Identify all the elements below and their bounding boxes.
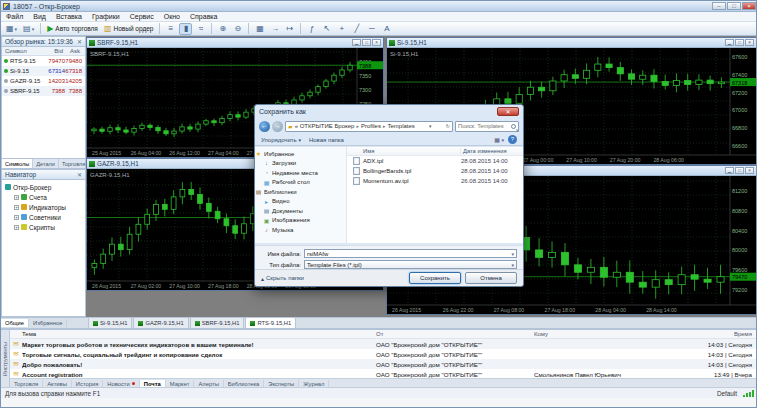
expand-icon[interactable]: + bbox=[14, 195, 19, 200]
save-button[interactable]: Сохранить bbox=[409, 272, 461, 284]
menu-window[interactable]: Окно bbox=[164, 13, 180, 20]
hide-folders-button[interactable]: ▴Скрыть папки bbox=[261, 275, 304, 282]
chart-shift-button[interactable]: ↦ bbox=[283, 23, 296, 35]
mail-row[interactable]: ✉ Добро пожаловать! ОАО "Брокерский дом … bbox=[10, 359, 757, 369]
cancel-button[interactable]: Отмена bbox=[465, 272, 517, 284]
view-mode-button[interactable]: ▦ ▾ bbox=[494, 136, 504, 143]
zoom-out-button[interactable]: ⊖ bbox=[231, 23, 244, 35]
zoom-in-button[interactable]: ⊕ bbox=[216, 23, 229, 35]
dialog-titlebar[interactable]: Сохранить как ✕ bbox=[255, 105, 523, 118]
file-row[interactable]: BollingerBands.tpl 28.08.2015 14:00 bbox=[347, 166, 523, 176]
maximize-button[interactable]: □ bbox=[727, 2, 741, 10]
filename-input[interactable] bbox=[307, 251, 511, 257]
tree-recent-places[interactable]: ◔Недавние места bbox=[255, 168, 346, 178]
help-icon[interactable]: ? bbox=[508, 135, 517, 144]
tab-details[interactable]: Детали bbox=[33, 159, 59, 168]
tab-favorites[interactable]: Избранное bbox=[29, 319, 67, 327]
toolbox-side-tab[interactable]: Инструменты bbox=[1, 330, 10, 388]
auto-trading-button[interactable]: ▶Авто торговля bbox=[45, 23, 100, 35]
chart-restore-button[interactable]: □ bbox=[735, 167, 744, 174]
filetype-select[interactable]: Template Files (*.tpl) ▾ bbox=[304, 260, 517, 269]
expand-icon[interactable]: + bbox=[14, 215, 19, 220]
chart-restore-button[interactable]: □ bbox=[735, 39, 744, 46]
market-watch-close-icon[interactable]: ✕ bbox=[77, 38, 82, 45]
new-chart-button[interactable]: ▦▾ bbox=[4, 23, 19, 35]
tree-item-indicators[interactable]: + Индикаторы bbox=[2, 202, 85, 212]
tree-item-experts[interactable]: + Советники bbox=[2, 212, 85, 222]
profile-name[interactable]: Default bbox=[717, 390, 737, 397]
tree-favorites[interactable]: ★Избранное bbox=[255, 149, 346, 159]
refresh-icon[interactable]: ↻ bbox=[446, 123, 450, 129]
tree-libraries[interactable]: ▤Библиотеки bbox=[255, 187, 346, 197]
tree-pictures[interactable]: ▣Изображения bbox=[255, 216, 346, 226]
line-chart-button[interactable]: ≈ bbox=[194, 23, 207, 35]
horizontal-line-button[interactable]: ─ bbox=[365, 23, 378, 35]
cursor-button[interactable]: ↖ bbox=[320, 23, 333, 35]
chart-titlebar[interactable]: SBRF-9.15,H1 ▁ □ × bbox=[87, 38, 383, 48]
menu-view[interactable]: Вид bbox=[33, 13, 46, 20]
filename-dropdown-icon[interactable]: ▾ bbox=[511, 251, 514, 257]
breadcrumb[interactable]: ▰ « ОТКРЫТИЕ Брокер ▸ Profiles ▸ Templat… bbox=[285, 121, 453, 132]
file-row[interactable]: Momentum.av.tpl 26.08.2015 14:00 bbox=[347, 176, 523, 186]
search-input[interactable] bbox=[458, 123, 508, 129]
chart-close-button[interactable]: × bbox=[745, 39, 754, 46]
profiles-button[interactable]: ▤▾ bbox=[21, 23, 36, 35]
trendline-button[interactable]: ╱ bbox=[350, 23, 363, 35]
expand-icon[interactable]: + bbox=[14, 225, 19, 230]
chart-minimize-button[interactable]: ▁ bbox=[352, 39, 361, 46]
mail-row[interactable]: ✉ Маркет торговых роботов и технических … bbox=[10, 339, 757, 349]
tree-item-scripts[interactable]: + Скрипты bbox=[2, 222, 85, 232]
tab-common[interactable]: Общие bbox=[1, 319, 29, 327]
chart-tab-gazr[interactable]: GAZR-9.15,H1 bbox=[133, 317, 188, 328]
organize-button[interactable]: Упорядочить ▾ bbox=[261, 137, 301, 143]
crosshair-button[interactable]: + bbox=[335, 23, 348, 35]
candlestick-chart-button[interactable]: ▮ bbox=[179, 23, 192, 35]
chart-titlebar[interactable]: Si-9.15,H1 ▁ □ × bbox=[387, 38, 756, 48]
tile-windows-button[interactable]: ▦ bbox=[253, 23, 266, 35]
close-button[interactable]: × bbox=[742, 2, 756, 10]
tree-music[interactable]: ♪Музыка bbox=[255, 225, 346, 235]
forward-button[interactable]: → bbox=[272, 121, 283, 132]
tab-trading[interactable]: Торговля bbox=[59, 159, 89, 168]
menu-charts[interactable]: Графики bbox=[92, 13, 120, 20]
dialog-close-button[interactable]: ✕ bbox=[497, 107, 519, 116]
search-box[interactable] bbox=[455, 121, 519, 132]
tab-symbols[interactable]: Символы bbox=[2, 159, 33, 168]
tree-item-accounts[interactable]: + Счета bbox=[2, 192, 85, 202]
menu-help[interactable]: Справка bbox=[190, 13, 217, 20]
indicators-button[interactable]: ƒ bbox=[305, 23, 318, 35]
chart-minimize-button[interactable]: ▁ bbox=[725, 39, 734, 46]
chart-tab-sbrf[interactable]: SBRF-9.15,H1 bbox=[190, 317, 245, 328]
back-button[interactable]: ← bbox=[259, 121, 270, 132]
chart-tab-si[interactable]: Si-9.15,H1 bbox=[88, 317, 132, 328]
symbol-row[interactable]: GAZR-9.15 14203 14205 bbox=[2, 76, 85, 86]
tree-documents[interactable]: ▤Документы bbox=[255, 206, 346, 216]
text-label-button[interactable]: A bbox=[380, 23, 393, 35]
chart-close-button[interactable]: × bbox=[372, 39, 381, 46]
chart-tab-rts[interactable]: RTS-9.15,H1 bbox=[245, 317, 296, 328]
symbol-row[interactable]: RTS-9.15 79470 79480 bbox=[2, 56, 85, 66]
tree-desktop[interactable]: ▦Рабочий стол bbox=[255, 178, 346, 188]
tree-downloads[interactable]: ↓Загрузки bbox=[255, 159, 346, 169]
navigator-close-icon[interactable]: ✕ bbox=[77, 171, 82, 178]
menu-file[interactable]: Файл bbox=[6, 13, 23, 20]
minimize-button[interactable]: – bbox=[712, 2, 726, 10]
mail-row[interactable]: ✉ Торговые сигналы, социальный трейдинг … bbox=[10, 349, 757, 359]
symbol-row[interactable]: Si-9.15 67314 67318 bbox=[2, 66, 85, 76]
menu-insert[interactable]: Вставка bbox=[56, 13, 82, 20]
chart-minimize-button[interactable]: ▁ bbox=[725, 167, 734, 174]
expand-icon[interactable]: + bbox=[14, 205, 19, 210]
breadcrumb-dropdown-icon[interactable]: ▾ bbox=[429, 123, 432, 129]
file-row[interactable]: ADX.tpl 28.08.2015 14:00 bbox=[347, 156, 523, 166]
column-name[interactable]: Имя bbox=[347, 148, 461, 154]
symbol-row[interactable]: SBRF-9.15 7388 7388 bbox=[2, 86, 85, 96]
column-date[interactable]: Дата изменения bbox=[461, 148, 523, 154]
new-folder-button[interactable]: Новая папка bbox=[309, 137, 344, 143]
tree-videos[interactable]: ▸Видео bbox=[255, 197, 346, 207]
menu-tools[interactable]: Сервис bbox=[130, 13, 154, 20]
bar-chart-button[interactable]: ≡ bbox=[164, 23, 177, 35]
tree-root-broker[interactable]: Откр-Брокер bbox=[2, 182, 85, 192]
chart-restore-button[interactable]: □ bbox=[362, 39, 371, 46]
chart-close-button[interactable]: × bbox=[745, 167, 754, 174]
new-order-button[interactable]: ▥Новый ордер bbox=[102, 23, 156, 35]
